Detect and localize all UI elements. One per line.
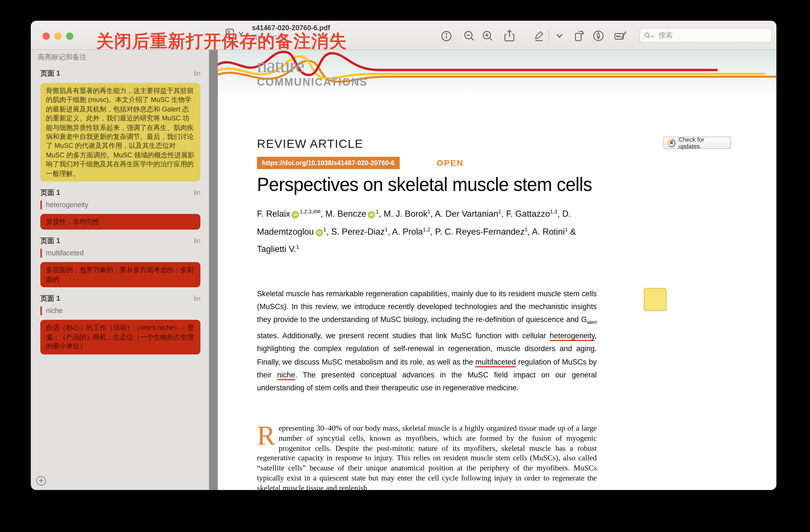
journal-name-bottom: COMMUNICATIONS [257, 76, 368, 88]
user-annotation-overlay: 关闭后重新打开保存的备注消失 [96, 30, 347, 53]
author-affiliation-sup: 1 [296, 244, 299, 250]
author-affiliation-sup: 1,2,3,4✉ [300, 208, 321, 214]
author-affiliation-sup: 1 [427, 208, 431, 214]
sidebar-header: 高亮标记和备注 [37, 53, 209, 62]
markup-pen-icon[interactable] [591, 29, 606, 43]
toolbar-divider [549, 30, 549, 42]
note-quote: multifaceted [40, 249, 200, 258]
annotated-term[interactable]: heterogeneity [550, 332, 595, 340]
journal-name-top: nature [257, 54, 368, 77]
annotations-sidebar: 高亮标记和备注 页面 1lin骨骼肌具有显著的再生能力，这主要得益于其驻留的肌肉… [31, 49, 209, 490]
note-header: 页面 1lin [40, 294, 200, 304]
note-author-label: lin [194, 295, 200, 303]
author-affiliation-sup: 1 [524, 226, 528, 232]
orcid-icon[interactable]: iD [368, 211, 375, 219]
quote-text: multifaceted [46, 249, 84, 257]
info-icon[interactable] [439, 29, 453, 43]
author-affiliation-sup: 1 [376, 208, 379, 214]
intro-paragraph: Representing 30–40% of our body mass, sk… [257, 423, 597, 490]
quote-bar [40, 200, 42, 209]
intro-text: epresenting 30–40% of our body mass, ske… [257, 424, 597, 490]
note-page-label: 页面 1 [40, 294, 60, 304]
crossmark-icon [667, 139, 676, 147]
annotated-term[interactable]: multifaceted [475, 358, 516, 366]
drop-cap: R [257, 424, 275, 447]
note-body[interactable]: 异质性，非均匀性 [40, 214, 200, 230]
quote-text: heterogeneity [46, 201, 88, 209]
note-author-label: lin [194, 69, 200, 77]
note-quote: heterogeneity [40, 200, 200, 209]
highlighter-icon[interactable] [532, 29, 546, 43]
note-body[interactable]: 骨骼肌具有显著的再生能力，这主要得益于其驻留的肌肉干细胞 (musc)。本文介绍… [40, 83, 200, 181]
note-quote: niche [40, 307, 200, 316]
annotation-note[interactable]: 页面 1lin骨骼肌具有显著的再生能力，这主要得益于其驻留的肌肉干细胞 (mus… [40, 69, 200, 181]
form-fill-icon[interactable] [614, 29, 628, 43]
note-header: 页面 1lin [40, 69, 200, 78]
open-access-label: OPEN [437, 158, 464, 167]
note-page-label: 页面 1 [40, 69, 60, 78]
note-body[interactable]: 多层面的，包罗万象的，要从多方面考虑的；多刻面的 [40, 262, 200, 288]
abstract-text: Skeletal muscle has remarkable regenerat… [257, 287, 597, 394]
author-affiliation-sup: 1,2 [423, 226, 430, 232]
zoom-out-icon[interactable] [462, 29, 476, 43]
journal-banner: nature COMMUNICATIONS [218, 49, 776, 95]
search-input[interactable] [658, 31, 767, 40]
preview-window: s41467-020-20760-6.pdf 页码：1/11 [31, 21, 776, 490]
desktop: s41467-020-20760-6.pdf 页码：1/11 [0, 0, 810, 532]
annotation-note[interactable]: 页面 1linheterogeneity异质性，非均匀性 [40, 188, 200, 230]
rotate-icon[interactable] [572, 29, 587, 43]
minimize-window-button[interactable] [54, 32, 62, 40]
search-field[interactable] [639, 28, 772, 43]
close-window-button[interactable] [43, 32, 50, 40]
orcid-icon[interactable]: iD [315, 229, 323, 236]
chevron-down-icon[interactable] [552, 29, 567, 43]
annotation-note[interactable]: 页面 1linniche合适（称心）的工作（活动）（one's niche）；壁… [40, 294, 200, 354]
add-note-icon[interactable]: + [36, 476, 46, 485]
quote-bar [40, 307, 42, 316]
sidebar-notes: 页面 1lin骨骼肌具有显著的再生能力，这主要得益于其驻留的肌肉干细胞 (mus… [31, 69, 209, 354]
check-for-updates-label: Check for updates [678, 136, 727, 149]
journal-name: nature COMMUNICATIONS [257, 54, 368, 88]
content-gutter [209, 49, 218, 490]
quote-bar [40, 249, 42, 258]
pdf-page: nature COMMUNICATIONS REVIEW ARTICLE htt… [218, 49, 776, 490]
author-affiliation-sup: 1 [385, 226, 388, 232]
note-author-label: lin [194, 189, 200, 196]
annotation-note[interactable]: 页面 1linmultifaceted多层面的，包罗万象的，要从多方面考虑的；多… [40, 237, 200, 288]
doi-link[interactable]: https://doi.org/10.1038/s41467-020-20760… [257, 157, 400, 169]
zoom-window-button[interactable] [66, 32, 73, 40]
share-icon[interactable] [502, 29, 517, 43]
quote-text: niche [46, 307, 63, 315]
chevron-down-icon [651, 35, 655, 37]
article-type-label: REVIEW ARTICLE [257, 137, 363, 151]
zoom-in-icon[interactable] [480, 29, 495, 43]
note-page-label: 页面 1 [40, 237, 60, 246]
author-affiliation-sup: 1 [498, 208, 501, 214]
note-author-label: lin [194, 237, 200, 245]
note-header: 页面 1lin [40, 237, 200, 246]
sticky-note-annotation[interactable] [644, 288, 667, 311]
author-affiliation-sup: 1,3 [550, 208, 557, 214]
search-icon [644, 32, 651, 39]
check-for-updates-button[interactable]: Check for updates [663, 136, 731, 149]
annotated-term[interactable]: niche [277, 371, 295, 379]
orcid-icon[interactable]: iD [292, 211, 299, 219]
author-affiliation-sup: 1 [323, 226, 326, 232]
note-page-label: 页面 1 [40, 188, 60, 198]
author-list: F. RelaixiD1,2,3,4✉, M. BenczeiD1, M. J.… [257, 204, 604, 257]
note-body[interactable]: 合适（称心）的工作（活动）（one's niche）；壁龛；（产品的）商机；生态… [40, 320, 200, 354]
article-title: Perspectives on skeletal muscle stem cel… [257, 174, 592, 195]
author-affiliation-sup: 1 [565, 226, 568, 232]
note-header: 页面 1lin [40, 188, 200, 198]
